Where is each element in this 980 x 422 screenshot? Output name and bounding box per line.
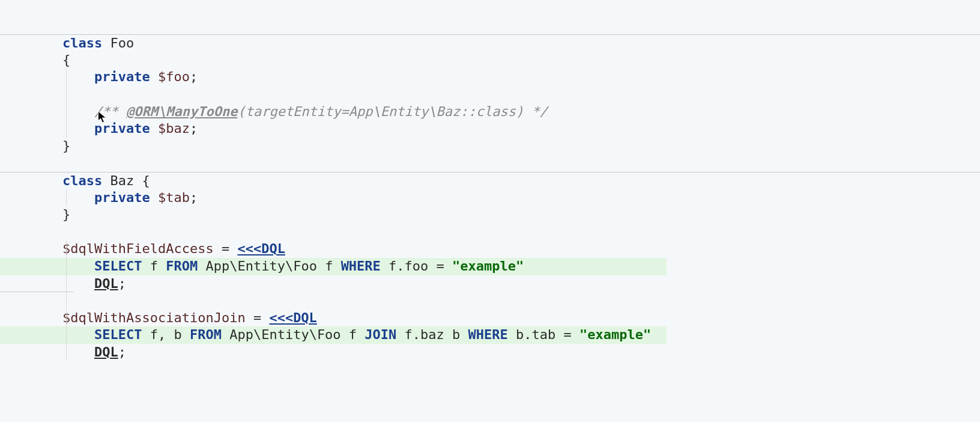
code-token	[150, 121, 158, 136]
code-token: @ORM\ManyToOne	[126, 104, 237, 119]
code-token	[150, 69, 158, 84]
indent-guide	[66, 344, 67, 361]
code-token	[62, 69, 94, 84]
code-token: f, b	[142, 327, 189, 342]
code-line[interactable]	[0, 224, 980, 241]
code-token: SELECT	[94, 327, 142, 342]
code-token: WHERE	[341, 258, 381, 274]
code-token: DQL	[94, 276, 118, 291]
code-line[interactable]: DQL;	[0, 275, 980, 293]
indent-guide	[66, 310, 67, 327]
code-line[interactable]: class Baz {	[0, 172, 980, 189]
code-token	[62, 276, 94, 291]
indent-guide	[66, 86, 67, 103]
code-token: f.baz b	[396, 327, 468, 342]
code-line[interactable]	[0, 86, 980, 103]
code-line[interactable]	[0, 154, 980, 172]
indent-guide	[66, 275, 67, 293]
code-line[interactable]: private $tab;	[0, 189, 980, 207]
code-token: WHERE	[468, 327, 508, 342]
code-token: $dqlWithFieldAccess	[62, 241, 214, 256]
code-line[interactable]: private $foo;	[0, 69, 980, 86]
indent-guide	[66, 103, 67, 121]
code-line[interactable]: private $baz;	[0, 120, 980, 138]
code-token: private	[94, 190, 150, 205]
code-token: class	[62, 35, 102, 50]
code-token: $dqlWithAssociationJoin	[62, 310, 246, 325]
code-token: ;	[118, 276, 126, 291]
code-token: $foo	[158, 69, 190, 84]
code-token: {	[62, 52, 70, 67]
code-token: $tab	[158, 190, 190, 205]
code-token: SELECT	[94, 258, 142, 274]
code-token: "example"	[579, 327, 651, 342]
code-line[interactable]: SELECT f, b FROM App\Entity\Foo f JOIN f…	[0, 326, 980, 344]
code-token	[62, 258, 94, 274]
code-token: =	[214, 241, 238, 256]
code-line[interactable]: $dqlWithAssociationJoin = <<<DQL	[0, 310, 980, 327]
indent-guide	[66, 189, 67, 207]
code-token	[62, 327, 94, 342]
code-token: f	[142, 258, 166, 274]
indent-guide	[66, 120, 67, 138]
code-line[interactable]: }	[0, 206, 980, 224]
indent-guide	[66, 240, 67, 258]
code-token: b.tab =	[508, 327, 579, 342]
code-token: ;	[118, 344, 126, 359]
code-token: DQL	[94, 344, 118, 359]
code-line[interactable]: }	[0, 138, 980, 155]
code-token: App\Entity\Foo f	[198, 258, 340, 274]
indent-guide	[66, 292, 67, 310]
code-line[interactable]: DQL;	[0, 344, 980, 361]
code-token: class	[62, 173, 102, 188]
code-token	[62, 104, 94, 119]
code-line[interactable]	[0, 17, 980, 35]
code-token: <<<DQL	[269, 310, 316, 325]
code-line[interactable]: $dqlWithFieldAccess = <<<DQL	[0, 240, 980, 258]
code-token: private	[94, 121, 150, 136]
code-token: FROM	[166, 258, 198, 274]
code-line[interactable]: /** @ORM\ManyToOne(targetEntity=App\Enti…	[0, 103, 980, 121]
code-token: /**	[94, 104, 126, 119]
code-token: f.foo =	[381, 258, 452, 274]
code-token: }	[62, 138, 70, 153]
code-line[interactable]: class Foo	[0, 34, 980, 52]
code-line[interactable]	[0, 0, 980, 17]
code-token: private	[94, 69, 150, 84]
code-token: FROM	[190, 327, 222, 342]
code-token: Foo	[102, 35, 134, 50]
code-token: App\Entity\Foo f	[222, 327, 364, 342]
code-line[interactable]: {	[0, 52, 980, 69]
code-line[interactable]	[0, 292, 980, 310]
code-token	[62, 121, 94, 136]
code-token: <<<DQL	[237, 241, 285, 256]
code-token: (targetEntity=App\Entity\Baz::class) */	[237, 104, 548, 119]
code-token: ;	[190, 69, 198, 84]
code-editor[interactable]: class Foo{ private $foo; /** @ORM\ManyTo…	[0, 0, 980, 361]
code-token: "example"	[452, 258, 524, 274]
indent-guide	[66, 69, 67, 86]
code-token	[150, 190, 158, 205]
code-token	[62, 344, 94, 359]
code-token: JOIN	[364, 327, 396, 342]
code-token: }	[62, 207, 70, 222]
code-token: $baz	[158, 121, 190, 136]
code-token	[62, 190, 94, 205]
code-token: ;	[190, 121, 198, 136]
indent-guide	[66, 258, 67, 275]
indent-guide	[66, 326, 67, 344]
code-token: ;	[190, 190, 198, 205]
code-line[interactable]: SELECT f FROM App\Entity\Foo f WHERE f.f…	[0, 258, 980, 275]
code-token: =	[246, 310, 270, 325]
code-token: Baz {	[102, 173, 150, 188]
